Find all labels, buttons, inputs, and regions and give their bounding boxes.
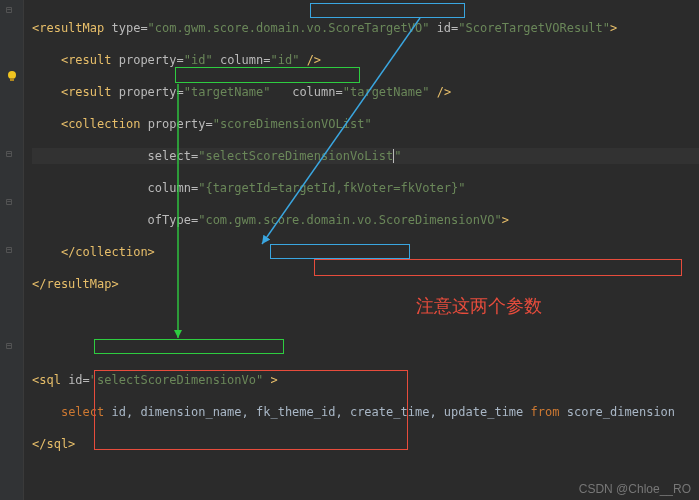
sql-body: id, dimension_name, fk_theme_id, create_…: [112, 405, 524, 419]
watermark: CSDN @Chloe__RO: [579, 482, 691, 496]
val: selectScoreDimensionVoList: [205, 149, 393, 163]
val: selectScoreDimensionVo: [97, 373, 256, 387]
svg-point-0: [8, 71, 16, 79]
val: scoreDimensionVOList: [220, 117, 365, 131]
val: targetName: [191, 85, 263, 99]
val: targetName: [350, 85, 422, 99]
val: {targetId=targetId,fkVoter=fkVoter}: [205, 181, 458, 195]
fold-icon[interactable]: ⊟: [6, 148, 12, 159]
fold-icon[interactable]: ⊟: [6, 196, 12, 207]
val: com.gwm.score.domain.vo.ScoreDimensionVO: [205, 213, 494, 227]
val: id: [278, 53, 292, 67]
sql-from: score_dimension: [567, 405, 675, 419]
svg-rect-1: [10, 78, 14, 81]
fold-icon[interactable]: ⊟: [6, 244, 12, 255]
val: ScoreTargetVOResult: [466, 21, 603, 35]
intention-bulb-icon[interactable]: [6, 70, 18, 82]
val: com.gwm.score.domain.vo.ScoreTargetVO: [155, 21, 422, 35]
fold-icon[interactable]: ⊟: [6, 4, 12, 15]
code-editor[interactable]: <resultMap type="com.gwm.score.domain.vo…: [24, 0, 699, 500]
fold-icon[interactable]: ⊟: [6, 340, 12, 351]
val: id: [191, 53, 205, 67]
